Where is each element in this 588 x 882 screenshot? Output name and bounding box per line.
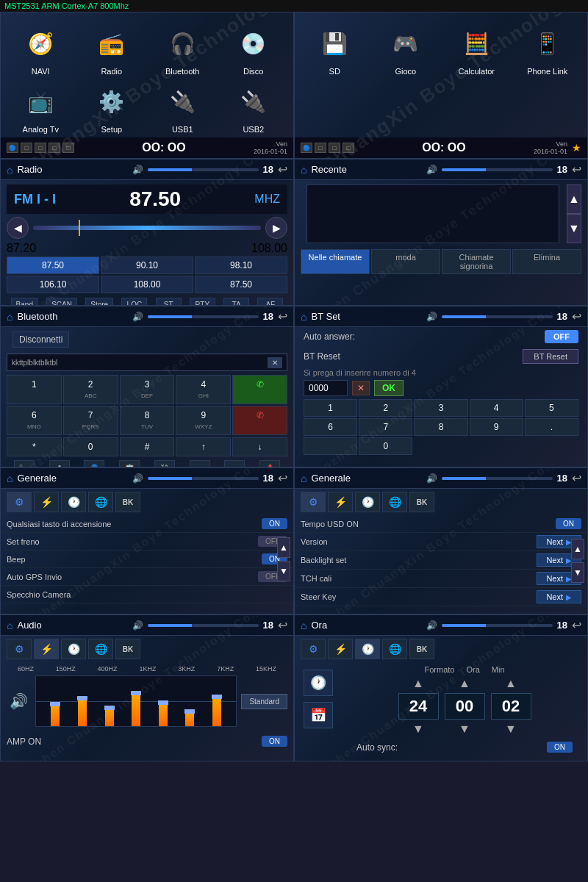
- ora-calendar-icon-btn[interactable]: 📅: [304, 702, 333, 728]
- formato-up-btn[interactable]: ▲: [412, 677, 424, 690]
- app-bluetooth[interactable]: 🎧 Bluetooth: [150, 24, 215, 76]
- ora-up-btn[interactable]: ▲: [459, 677, 470, 690]
- vol-slider-recente[interactable]: [442, 168, 553, 171]
- home-icon-radio[interactable]: ⌂: [7, 164, 12, 176]
- settings-r-scroll-up[interactable]: ▲: [571, 539, 584, 559]
- tab-globe-btn-r[interactable]: 🌐: [382, 492, 407, 512]
- btset-num-dot2[interactable]: [304, 437, 357, 455]
- btset-num-9[interactable]: 9: [470, 418, 523, 436]
- bt-action-8[interactable]: 📤: [259, 460, 280, 467]
- app-usb2[interactable]: 🔌 USB2: [221, 82, 287, 134]
- ora-clock-icon-btn[interactable]: 🕐: [304, 670, 333, 696]
- bt-reset-btn[interactable]: BT Reset: [523, 349, 578, 364]
- btset-num-1[interactable]: 1: [304, 399, 357, 417]
- st-btn[interactable]: ST: [156, 298, 182, 306]
- ta-btn[interactable]: TA: [223, 298, 249, 306]
- amp-toggle[interactable]: ON: [262, 736, 287, 747]
- eq-preset-btn[interactable]: Standard: [241, 694, 287, 709]
- ora-tab-gear[interactable]: ⚙: [301, 639, 326, 659]
- home-icon-recente[interactable]: ⌂: [301, 164, 306, 176]
- app-phonelink[interactable]: 📱 Phone Link: [515, 24, 581, 134]
- vol-slider-radio[interactable]: [148, 168, 259, 171]
- af-btn[interactable]: AF: [257, 298, 283, 306]
- audio-tab-globe[interactable]: 🌐: [88, 639, 113, 659]
- bt-action-6[interactable]: ✂: [190, 460, 210, 467]
- preset-2[interactable]: 90.10: [101, 257, 193, 274]
- vol-icon-gen-left[interactable]: 🔊: [132, 473, 143, 484]
- home-icon-audio[interactable]: ⌂: [7, 620, 12, 631]
- settings-scroll-down[interactable]: ▼: [277, 561, 290, 581]
- tab-gear-btn-r[interactable]: ⚙: [301, 492, 326, 512]
- recente-scroll-down[interactable]: ▼: [567, 214, 581, 243]
- numpad-star[interactable]: *: [7, 437, 62, 456]
- app-sd[interactable]: 💾 SD: [302, 24, 368, 134]
- vol-slider-bt[interactable]: [148, 315, 259, 318]
- audio-tab-gear[interactable]: ⚙: [7, 639, 32, 659]
- vol-icon-audio[interactable]: 🔊: [132, 620, 143, 631]
- numpad-4[interactable]: 4GHI: [176, 375, 231, 404]
- home-icon-gen-left[interactable]: ⌂: [7, 473, 12, 484]
- bt-action-3[interactable]: 👤: [84, 460, 104, 467]
- disconnetti-btn[interactable]: Disconnetti: [12, 331, 69, 348]
- app-analogtv[interactable]: 📺 Analog Tv: [8, 82, 74, 134]
- min-down-btn[interactable]: ▼: [505, 723, 517, 736]
- audio-tab-clock[interactable]: 🕐: [61, 639, 86, 659]
- vol-slider-ora[interactable]: [442, 624, 553, 627]
- eq-bar-0[interactable]: [49, 676, 62, 726]
- tuner-prev-btn[interactable]: ◀: [7, 217, 29, 239]
- btset-num-6[interactable]: 6: [304, 418, 357, 436]
- btset-num-0[interactable]: 0: [359, 437, 412, 455]
- bt-device-clear-btn[interactable]: ✕: [268, 357, 282, 368]
- app-gioco[interactable]: 🎮 Gioco: [373, 24, 439, 134]
- home-icon-btset[interactable]: ⌂: [301, 311, 306, 323]
- scan-btn[interactable]: SCAN: [46, 298, 77, 306]
- app-radio[interactable]: 📻 Radio: [79, 24, 145, 76]
- audio-tab-bk[interactable]: BK: [115, 639, 140, 659]
- preset-6[interactable]: 87.50: [195, 276, 287, 293]
- eq-bar-3[interactable]: [129, 676, 143, 726]
- numpad-1[interactable]: 1: [7, 375, 62, 404]
- back-icon-btset[interactable]: ↩: [572, 309, 581, 323]
- vol-icon-btset[interactable]: 🔊: [426, 312, 437, 322]
- numpad-6[interactable]: 6MNO: [7, 406, 62, 435]
- settings-r-scroll-down[interactable]: ▼: [571, 562, 584, 583]
- back-icon-audio[interactable]: ↩: [278, 618, 287, 632]
- loc-btn[interactable]: LOC: [121, 298, 147, 306]
- app-disco[interactable]: 💿 Disco: [221, 24, 287, 76]
- numpad-8[interactable]: 8TUV: [120, 406, 175, 435]
- btset-num-3[interactable]: 3: [414, 399, 467, 417]
- eq-bar-5[interactable]: [183, 676, 196, 726]
- tab-chiamate-signorina[interactable]: Chiamate signorina: [442, 249, 511, 274]
- app-usb1[interactable]: 🔌 USB1: [150, 82, 215, 134]
- numpad-up[interactable]: ↑: [176, 437, 231, 456]
- preset-5[interactable]: 108.00: [101, 276, 193, 293]
- numpad-7[interactable]: 7PQRS: [63, 406, 118, 435]
- vol-icon-ora[interactable]: 🔊: [426, 620, 437, 631]
- bt-action-5[interactable]: ⛓: [154, 460, 175, 467]
- vol-slider-btset[interactable]: [442, 315, 553, 318]
- min-up-btn[interactable]: ▲: [505, 677, 517, 690]
- auto-sync-toggle[interactable]: ON: [547, 742, 573, 753]
- bt-action-7[interactable]: ♪: [224, 460, 245, 467]
- tab-bk-btn[interactable]: BK: [115, 492, 140, 512]
- tab-eq-btn-r[interactable]: ⚡: [328, 492, 353, 512]
- back-icon-recente[interactable]: ↩: [572, 162, 581, 176]
- pty-btn[interactable]: PTY: [190, 298, 215, 306]
- numpad-0[interactable]: 0: [63, 437, 118, 456]
- tab-nelle-chiamate[interactable]: Nelle chiamate: [301, 249, 370, 274]
- home-icon-gen-right[interactable]: ⌂: [301, 473, 306, 484]
- store-btn[interactable]: Store: [85, 298, 113, 306]
- tab-elimina[interactable]: Elimina: [512, 249, 581, 274]
- tab-gear-btn[interactable]: ⚙: [7, 492, 32, 512]
- band-btn[interactable]: Band: [11, 298, 38, 306]
- ora-down-btn[interactable]: ▼: [459, 723, 470, 736]
- back-icon-gen-right[interactable]: ↩: [572, 471, 581, 485]
- ora-tab-clock[interactable]: 🕐: [355, 639, 380, 659]
- preset-4[interactable]: 106.10: [7, 276, 99, 293]
- vol-slider-gen-right[interactable]: [442, 477, 553, 480]
- btset-num-2[interactable]: 2: [359, 399, 412, 417]
- bt-action-2[interactable]: ⬇: [49, 460, 70, 467]
- ora-tab-bk[interactable]: BK: [409, 639, 434, 659]
- bt-action-4[interactable]: 📋: [119, 460, 140, 467]
- vol-icon-recente[interactable]: 🔊: [426, 165, 437, 175]
